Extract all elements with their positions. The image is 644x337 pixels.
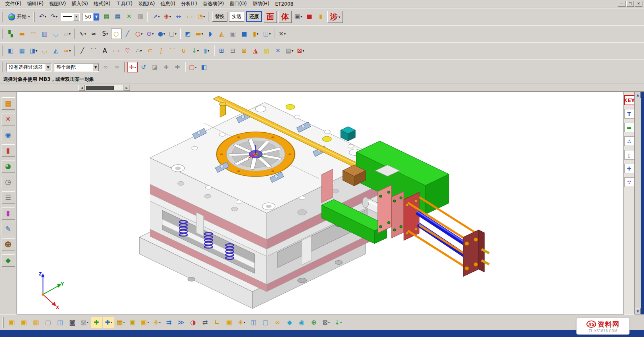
molecule-icon[interactable]: ∴ bbox=[624, 136, 635, 146]
studio-spline-icon[interactable]: ♡ bbox=[122, 45, 133, 56]
sew-icon[interactable]: ✕ bbox=[273, 45, 283, 56]
win-minimize-button[interactable]: — bbox=[618, 1, 625, 7]
slider-retainer-plate[interactable] bbox=[322, 169, 333, 203]
menu-file[interactable]: 文件(F) bbox=[2, 0, 24, 8]
find-component-icon[interactable]: ▣ bbox=[6, 317, 18, 328]
v-scrollbar[interactable]: ▲ ▼ bbox=[634, 92, 641, 314]
layer-stack-icon[interactable]: ▤ bbox=[101, 12, 112, 22]
scroll-right-icon[interactable]: ► bbox=[124, 85, 130, 91]
chevron-down-icon[interactable]: ▼ bbox=[45, 64, 51, 71]
delete-face-icon[interactable]: ⊠▾ bbox=[295, 45, 306, 56]
shell-icon[interactable]: ◫▾ bbox=[262, 29, 272, 39]
edit-arrangement-icon[interactable]: ▣▾ bbox=[139, 317, 151, 328]
undo-icon[interactable]: ↶▾ bbox=[37, 12, 48, 22]
assembly-scope-select[interactable]: 整个装配 ▼ bbox=[54, 63, 99, 72]
translucent-button[interactable]: 实透 bbox=[229, 12, 244, 22]
rotate-view-icon[interactable]: ↺ bbox=[138, 62, 149, 72]
toolbar-grip[interactable] bbox=[2, 45, 4, 56]
fan-surface-icon[interactable]: ◠ bbox=[28, 29, 39, 39]
copy-display-icon[interactable]: ▣▾ bbox=[293, 12, 303, 22]
show-constraints-icon[interactable]: ▣ bbox=[224, 317, 235, 328]
ruler-icon[interactable]: ▭ bbox=[185, 12, 195, 22]
import-icon[interactable]: ↓▾ bbox=[332, 317, 344, 328]
menu-window[interactable]: 窗口(O) bbox=[227, 0, 250, 8]
wave-interface-icon[interactable]: ◉ bbox=[296, 317, 308, 328]
clearance-icon[interactable]: ▢ bbox=[260, 317, 271, 328]
drag-tool-icon[interactable]: ✚ bbox=[172, 62, 183, 72]
gem-icon[interactable]: ◆ bbox=[284, 317, 295, 328]
project-curve-icon[interactable]: ↓▾ bbox=[190, 45, 200, 56]
isolate-icon[interactable]: ⊠▾ bbox=[320, 317, 332, 328]
h-scrollbar[interactable] bbox=[85, 85, 124, 91]
toolbar-grip[interactable] bbox=[208, 12, 210, 22]
layer-category-icon[interactable]: ✕ bbox=[124, 12, 134, 22]
sequence-icon[interactable]: ≫ bbox=[175, 317, 187, 328]
wave-link-icon[interactable]: ∞ bbox=[272, 317, 283, 328]
unite-icon[interactable]: ⊞ bbox=[217, 45, 227, 56]
shaded-tool-icon[interactable]: ◪ bbox=[150, 62, 160, 72]
toolbar-grip[interactable] bbox=[2, 62, 4, 72]
component-window-icon[interactable]: ▥ bbox=[31, 317, 42, 328]
win-close-button[interactable]: ✕ bbox=[635, 1, 642, 7]
cone-surface-icon[interactable]: ◭ bbox=[51, 45, 61, 56]
yellow-plug[interactable] bbox=[286, 104, 295, 109]
gray-cube-icon[interactable]: ▣ bbox=[228, 29, 238, 39]
combine-curve-icon[interactable]: ∪ bbox=[179, 45, 189, 56]
swept-surface-icon[interactable]: ◨▾ bbox=[28, 45, 39, 56]
toolbar-grip[interactable] bbox=[33, 12, 35, 22]
emboss-icon[interactable]: ◮ bbox=[250, 45, 261, 56]
circle-icon[interactable]: ○▾ bbox=[134, 29, 144, 39]
open-component-icon[interactable]: ▣ bbox=[19, 317, 30, 328]
move-component-icon[interactable]: ✛▾ bbox=[151, 317, 163, 328]
replace-component-icon[interactable]: ⇄ bbox=[200, 317, 211, 328]
extrude-icon[interactable]: ◩ bbox=[183, 29, 193, 39]
toolbar-grip[interactable] bbox=[2, 12, 4, 22]
layer-move-icon[interactable]: ▥ bbox=[135, 12, 146, 22]
ellipse-icon[interactable]: ○ bbox=[111, 29, 122, 39]
face-button[interactable]: 面 bbox=[264, 11, 277, 23]
cluster-icon[interactable]: ∵ bbox=[624, 177, 635, 187]
start-button[interactable]: 开始 ▾ bbox=[5, 12, 33, 22]
chevron-down-icon[interactable]: ▼ bbox=[93, 64, 99, 71]
scroll-up-icon[interactable]: ▲ bbox=[635, 92, 641, 98]
constraints-navigator-icon[interactable]: ✳ bbox=[2, 113, 15, 125]
chain-link2-icon[interactable]: ∞ bbox=[112, 62, 122, 72]
bridge-curve-icon[interactable]: ⌒ bbox=[167, 45, 178, 56]
menu-help[interactable]: 帮助(H) bbox=[250, 0, 272, 8]
interference-icon[interactable]: ◫ bbox=[248, 317, 259, 328]
pad-icon[interactable]: ▬▾ bbox=[194, 29, 204, 39]
snap-point-icon[interactable]: ✛▾ bbox=[127, 62, 138, 72]
menu-analysis[interactable]: 分析(L) bbox=[178, 0, 200, 8]
scroll-left-icon[interactable]: ◄ bbox=[78, 85, 85, 91]
ruled-surface-icon[interactable]: ◧ bbox=[6, 45, 16, 56]
line-style-dropdown[interactable]: ▾ bbox=[61, 13, 80, 21]
subtract-icon[interactable]: ⊟ bbox=[228, 45, 238, 56]
redo-icon[interactable]: ↷▾ bbox=[49, 12, 59, 22]
spinner-down-icon[interactable]: ▼ bbox=[93, 13, 99, 21]
curve-tool-icon[interactable]: ≈ bbox=[89, 29, 99, 39]
mirror-assembly-icon[interactable]: ◑ bbox=[188, 317, 199, 328]
ribs-icon[interactable]: ▥ bbox=[39, 29, 50, 39]
selection-filter-select[interactable]: 没有选择过滤器 ▼ bbox=[6, 63, 52, 72]
menu-preferences[interactable]: 首选项(P) bbox=[200, 0, 227, 8]
part-navigator-icon[interactable]: ◉ bbox=[2, 129, 15, 141]
toolbar-grip[interactable] bbox=[2, 29, 4, 39]
marquee-select-icon[interactable]: ▢▾ bbox=[188, 62, 198, 72]
point-icon[interactable]: ⊙▾ bbox=[145, 29, 155, 39]
new-component-icon[interactable]: ✚▾ bbox=[103, 317, 114, 328]
suppress-component-icon[interactable]: ▣ bbox=[127, 317, 138, 328]
primitives-icon[interactable]: ●▾ bbox=[156, 29, 167, 39]
menu-insert[interactable]: 插入(S) bbox=[69, 0, 91, 8]
boss-icon[interactable]: ◭ bbox=[217, 29, 227, 39]
key-icon[interactable]: KEY bbox=[624, 95, 635, 105]
tube-icon[interactable]: ▯ bbox=[624, 150, 635, 160]
pattern-gray-icon[interactable]: ▩▾ bbox=[79, 317, 90, 328]
h-scroll-thumb[interactable] bbox=[86, 86, 114, 90]
text-tool-icon[interactable]: A bbox=[100, 45, 110, 56]
viewport[interactable]: Z Y X bbox=[17, 92, 624, 314]
assembly-navigator-icon[interactable]: ▤ bbox=[2, 97, 15, 110]
menu-format[interactable]: 格式(R) bbox=[91, 0, 114, 8]
menu-et2008[interactable]: ET2008 bbox=[272, 1, 296, 7]
chevron-down-icon[interactable]: ▾ bbox=[73, 13, 79, 21]
scale-spinner[interactable]: 50 ▼ bbox=[82, 13, 100, 21]
